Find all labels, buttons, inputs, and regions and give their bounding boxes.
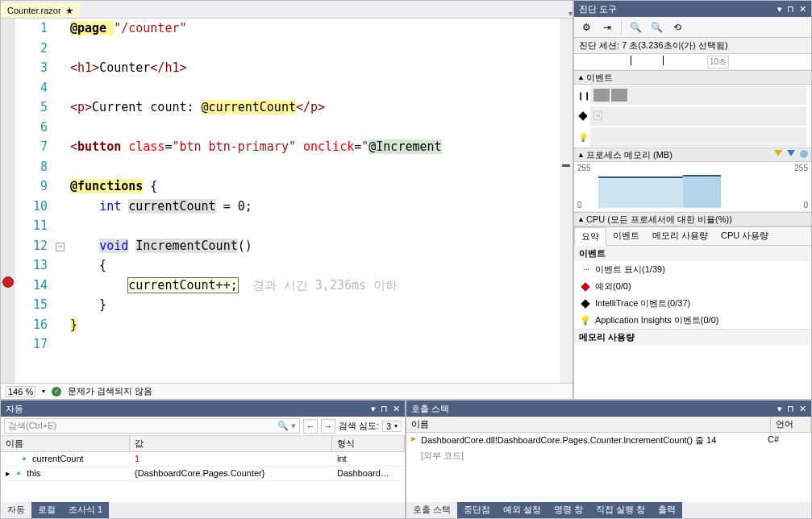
events-subheader: 이벤트 [574,246,811,261]
private-bytes-icon[interactable] [800,150,808,158]
diag-toolbar: ⚙ ⇥ 🔍 🔍 ⟲ [574,17,811,38]
fold-toggle[interactable]: − [56,243,65,251]
cpu-section-header[interactable]: CPU (모든 프로세서에 대한 비율(%)) [586,214,732,226]
ok-icon: ✓ [52,387,61,397]
subtab-summary[interactable]: 요약 [574,227,606,246]
pin-icon[interactable]: ⊓ [381,404,388,414]
dropdown-icon[interactable]: ▾ [371,404,376,414]
code-editor[interactable]: ⇱ @page "/counter" <h1>Counter</h1> <p>C… [70,19,573,383]
event-exceptions[interactable]: 예외(0/0) [574,278,811,295]
breakpoint-indicator[interactable] [2,276,14,288]
bulb-icon: 💡 [581,316,590,326]
tab-autos[interactable]: 자동 [1,502,31,518]
reset-zoom-icon[interactable]: ⟲ [670,20,685,35]
tab-output[interactable]: 출력 [652,502,682,518]
subtab-events[interactable]: 이벤트 [606,227,646,245]
next-result-button[interactable]: → [321,419,335,434]
events-lane-intellitrace[interactable]: ‹‹ [574,106,811,127]
diag-session-label: 진단 세션: 7 초(3.236초이(가) 선택됨) [574,38,811,54]
export-icon[interactable]: ⇥ [600,20,614,35]
callstack-header: 이름 언어 [406,417,811,433]
diag-titlebar[interactable]: 진단 도구 ▾ ⊓ ✕ [574,1,811,17]
close-icon[interactable]: ✕ [799,404,806,414]
diamond-icon [581,299,589,308]
memory-chart[interactable]: 255 255 0 0 [574,162,811,212]
bulb-icon: 💡 [577,133,589,142]
events-lane-pause[interactable]: ❙❙ [574,85,811,106]
tab-command-window[interactable]: 명령 창 [548,502,589,518]
autos-titlebar[interactable]: 자동 ▾⊓✕ [1,401,405,417]
pause-icon: ❙❙ [577,91,589,100]
callstack-titlebar[interactable]: 호출 스택 ▾⊓✕ [406,401,811,417]
tab-watch[interactable]: 조사식 1 [62,502,109,518]
subtab-cpu[interactable]: CPU 사용량 [714,227,775,245]
diag-subtabs: 요약 이벤트 메모리 사용량 CPU 사용량 [574,226,811,246]
subtab-memory[interactable]: 메모리 사용량 [646,227,714,245]
editor-scrollbar[interactable] [560,19,573,383]
diamond-icon [581,282,589,291]
zoom-level[interactable]: 146 % [6,386,35,397]
timeline-ruler[interactable]: 10초 [574,54,811,70]
events-lane-insights[interactable]: 💡 [574,127,811,147]
current-statement: currentCount++; [128,278,237,293]
current-frame-icon: ➤ [410,434,421,443]
events-section-header[interactable]: 이벤트 [586,72,613,84]
callstack-tabs: 호출 스택 중단점 예외 설정 명령 창 직접 실행 창 출력 [406,502,811,518]
dots-icon: ⋯ [581,265,590,275]
file-tab-counter[interactable]: Counter.razor [1,3,80,18]
memory-section-header[interactable]: 프로세스 메모리 (MB) [586,149,673,161]
autos-row-this[interactable]: ▸ 🔹 this {DashboardCore.Pages.Counter} D… [1,467,405,481]
fold-gutter[interactable]: − [56,19,70,383]
callstack-frame-external[interactable]: [외부 코드] [406,448,811,463]
snapshot-marker-icon[interactable] [787,150,795,156]
dropdown-icon[interactable]: ▾ [777,4,782,15]
event-app-insights[interactable]: 💡Application Insights 이벤트(0/0) [574,312,811,329]
zoom-out-icon[interactable]: 🔍 [649,20,664,35]
tab-breakpoints[interactable]: 중단점 [457,502,497,518]
line-numbers: 1234567891011121314151617 [15,19,56,383]
pin-icon[interactable]: ⊓ [787,4,794,15]
pin-icon[interactable]: ⊓ [787,404,794,414]
gear-icon[interactable]: ⚙ [579,20,593,35]
issues-text: 문제가 검색되지 않음 [68,385,152,397]
callstack-frame-current[interactable]: ➤ DashboardCore.dll!DashboardCore.Pages.… [406,433,811,448]
event-show-all[interactable]: ⋯이벤트 표시(1/39) [574,261,811,278]
tab-exception-settings[interactable]: 예외 설정 [497,502,548,518]
perf-tip[interactable]: 경과 시간 3,236ms 이하 [238,278,398,293]
autos-row-currentcount[interactable]: 🔹 currentCount 1 int [1,452,405,467]
depth-selector[interactable]: 3▾ [382,421,402,432]
tab-immediate-window[interactable]: 직접 실행 창 [589,502,652,518]
depth-label: 검색 심도: [339,420,379,432]
autos-search-input[interactable]: 검색(Ctrl+E) 🔍 ▾ [4,418,300,434]
event-intellitrace[interactable]: IntelliTrace 이벤트(0/37) [574,295,811,312]
editor-status-bar: 146 % ▾ ✓ 문제가 검색되지 않음 [1,383,573,399]
tab-callstack[interactable]: 호출 스택 [406,502,457,518]
file-tab-bar: Counter.razor ▾ [1,1,573,19]
memory-footer: 메모리 사용량 [574,329,811,345]
file-tab-label: Counter.razor [7,6,61,15]
gc-marker-icon[interactable] [774,150,782,156]
dropdown-icon[interactable]: ▾ [777,404,782,414]
autos-tabs: 자동 로컬 조사식 1 [1,502,405,518]
breakpoint-gutter[interactable] [1,19,15,383]
close-icon[interactable]: ✕ [393,404,400,414]
tab-locals[interactable]: 로컬 [31,502,62,518]
close-icon[interactable]: ✕ [799,4,806,15]
pin-icon[interactable] [66,7,73,15]
prev-result-button[interactable]: ← [303,419,318,434]
tab-overflow-icon[interactable]: ▾ [568,9,573,18]
zoom-in-icon[interactable]: 🔍 [628,20,643,35]
autos-grid-header: 이름 값 형식 [1,436,405,452]
